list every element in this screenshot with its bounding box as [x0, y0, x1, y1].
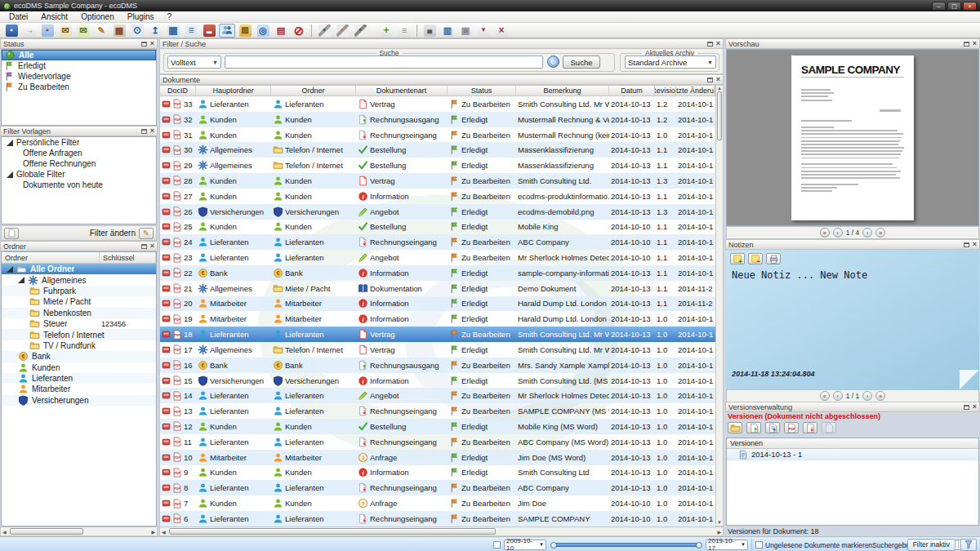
table-row[interactable]: PDF30AllgemeinesTelefon / InternetBestel… [160, 142, 715, 158]
column-header-revision[interactable]: Revision [655, 86, 676, 96]
folder-item-nebenkosten[interactable]: Nebenkosten [2, 308, 156, 318]
float-panel-icon[interactable] [141, 244, 147, 249]
close-panel-icon[interactable]: × [716, 77, 720, 82]
folder-tree-header[interactable]: Ordner Schlüssel [2, 252, 156, 264]
settings-wrench-button[interactable]: • [316, 24, 332, 38]
close-panel-icon[interactable]: × [973, 242, 977, 247]
save-version-button[interactable]: ▪ [39, 24, 56, 38]
history-clock-button[interactable]: ⊙ [129, 24, 145, 38]
menu-ansicht[interactable]: Ansicht [34, 12, 74, 21]
save-button[interactable]: ▪ [3, 24, 20, 38]
table-row[interactable]: PDF27KundenKundeniInformationZu Bearbeit… [160, 189, 715, 204]
new-document-button[interactable]: + [378, 24, 394, 38]
archive-select[interactable]: Standard Archive▼ [625, 56, 716, 69]
column-header-bemerkung[interactable]: Bemerkung [516, 86, 609, 96]
date-filter-checkbox[interactable] [493, 541, 501, 549]
filter-template-item[interactable]: Dokumente von heute [2, 180, 156, 190]
folder-item-bank[interactable]: €Bank [2, 351, 156, 362]
next-note-button[interactable]: › [862, 391, 872, 401]
close-panel-icon[interactable]: × [716, 41, 720, 47]
filter-template-item[interactable]: Offene Rechnungen [2, 158, 156, 169]
menu-optionen[interactable]: Optionen [74, 12, 121, 21]
search-input[interactable] [225, 56, 543, 69]
status-item-alle[interactable]: Alle [2, 50, 156, 60]
folder-images-button[interactable]: ▨ [237, 24, 253, 38]
menu-plugins[interactable]: Plugins [121, 12, 161, 21]
version-add-button[interactable] [746, 422, 761, 433]
table-row[interactable]: PDF25KundenKundenBestellungErledigtMobil… [160, 220, 715, 235]
table-row[interactable]: PDF7KundenKunden?AnfrageZu BearbeitenJim… [160, 495, 715, 511]
refresh-search-icon[interactable]: ↻ [547, 56, 559, 68]
table-row[interactable]: PDF32KundenKundenRechnungsausgangErledig… [160, 112, 715, 127]
date-from-select[interactable]: 2009-10-10▼ [504, 540, 546, 550]
expander-icon[interactable] [7, 140, 13, 146]
send-email-button[interactable]: ✉ [57, 24, 74, 38]
float-panel-icon[interactable] [964, 405, 969, 410]
column-header-datum[interactable]: Datum [609, 86, 655, 96]
filter-group[interactable]: Globale Filter [2, 169, 156, 180]
note-area[interactable]: Neue Notiz ... New Note 2014-11-18 13:24… [726, 250, 979, 389]
status-item-zu-bearbeiten[interactable]: Zu Bearbeiten [2, 82, 156, 92]
version-export-button[interactable] [765, 422, 780, 433]
table-row[interactable]: PDF31KundenKundenRechnungseingangZu Bear… [160, 127, 715, 143]
folder-item-versicherungen[interactable]: Versicherungen [2, 395, 156, 406]
table-row[interactable]: PDF13LieferantenLieferantenRechnungseing… [160, 403, 715, 419]
search-dialog-button[interactable]: ◎ [255, 24, 271, 38]
column-header-status[interactable]: Status [448, 86, 516, 96]
table-horizontal-scrollbar[interactable]: ◀▶ [159, 527, 724, 536]
version-item[interactable]: 2014-10-13 - 1 [727, 449, 978, 460]
first-note-button[interactable]: « [820, 391, 830, 401]
archive-calendar-button[interactable]: ▦ [111, 24, 127, 38]
menu-[interactable]: ? [161, 12, 179, 21]
table-row[interactable]: PDF15VersicherungenVersicherungeniInform… [160, 373, 715, 389]
table-vertical-scrollbar[interactable]: ▲▼ [715, 85, 724, 527]
float-panel-icon[interactable] [141, 42, 147, 47]
new-filter-button[interactable] [4, 228, 19, 239]
version-lock-button[interactable] [822, 422, 836, 433]
close-panel-icon[interactable]: × [150, 128, 154, 134]
table-row[interactable]: PDF20MitarbeiterMitarbeiteriInformationE… [160, 296, 715, 312]
expander-icon[interactable] [7, 266, 13, 273]
documents-table-header[interactable]: DocIDHauptordnerOrdnerDokumentenartStatu… [159, 85, 715, 96]
close-panel-icon[interactable]: × [973, 41, 977, 47]
folder-item-steuer[interactable]: Steuer123456 [2, 318, 156, 329]
table-row[interactable]: PDF19MitarbeiterMitarbeiteriInformationE… [160, 311, 715, 327]
column-header-letzte-nderung[interactable]: Letzte Änderung [676, 86, 715, 96]
table-row[interactable]: PDF12KundenKundenBestellungErledigtMobil… [160, 419, 715, 434]
version-pdf-button[interactable]: PDF [784, 422, 799, 433]
column-header-ordner[interactable]: Ordner [271, 86, 356, 96]
date-range-slider[interactable] [552, 543, 701, 547]
table-row[interactable]: PDF22€Bank€BankiInformationErledigtsampl… [160, 265, 715, 281]
restore-document-button[interactable]: ↥ [147, 24, 163, 38]
table-row[interactable]: PDF16€Bank€BankRechnungsausgangZu Bearbe… [160, 358, 715, 373]
close-button[interactable]: × [963, 2, 977, 11]
date-to-select[interactable]: 2019-10-17▼ [706, 540, 748, 550]
table-row[interactable]: PDF23LieferantenLieferantenAngebotZu Bea… [160, 250, 715, 265]
expander-icon[interactable] [7, 171, 13, 178]
inbox-tray-button[interactable]: ▂ [201, 24, 217, 38]
table-row[interactable]: PDF28KundenKundenVertragZu BearbeitenSmi… [160, 173, 715, 189]
close-panel-icon[interactable]: × [973, 404, 977, 410]
folder-item-kunden[interactable]: Kunden [2, 362, 156, 373]
table-row[interactable]: PDF26VersicherungenVersicherungenAngebot… [160, 204, 715, 220]
table-row[interactable]: PDF21AllgemeinesMiete / PachtDokumentati… [160, 281, 715, 296]
prev-note-button[interactable]: ‹ [833, 391, 843, 401]
first-page-button[interactable]: « [820, 228, 830, 238]
folder-item-miete-pacht[interactable]: Miete / Pacht [2, 296, 156, 307]
copy-document-button[interactable]: ▣ [457, 24, 474, 38]
unread-checkbox[interactable] [755, 541, 763, 549]
table-row[interactable]: PDF29AllgemeinesTelefon / InternetBestel… [160, 158, 715, 173]
table-row[interactable]: PDF8LieferantenLieferantenRechnungseinga… [160, 480, 715, 495]
admin-wrench-button[interactable]: • [352, 24, 368, 38]
folder-item-alle-ordner[interactable]: Alle Ordner [2, 264, 156, 274]
print-document-button[interactable]: ▄ [421, 24, 438, 38]
prev-page-button[interactable]: ‹ [833, 228, 843, 238]
float-panel-icon[interactable] [707, 78, 713, 82]
left-horizontal-scrollbar[interactable]: ◀▶ [0, 527, 158, 536]
pdf-viewer-button[interactable]: ▤ [273, 24, 289, 38]
fulltext-select[interactable]: Volltext▼ [167, 56, 221, 69]
table-view-button[interactable]: ▦ [165, 24, 181, 38]
folder-item-mitarbeiter[interactable]: Mitarbeiter [2, 384, 156, 394]
float-panel-icon[interactable] [707, 42, 713, 47]
document-templates-button[interactable]: ≡ [396, 24, 412, 38]
